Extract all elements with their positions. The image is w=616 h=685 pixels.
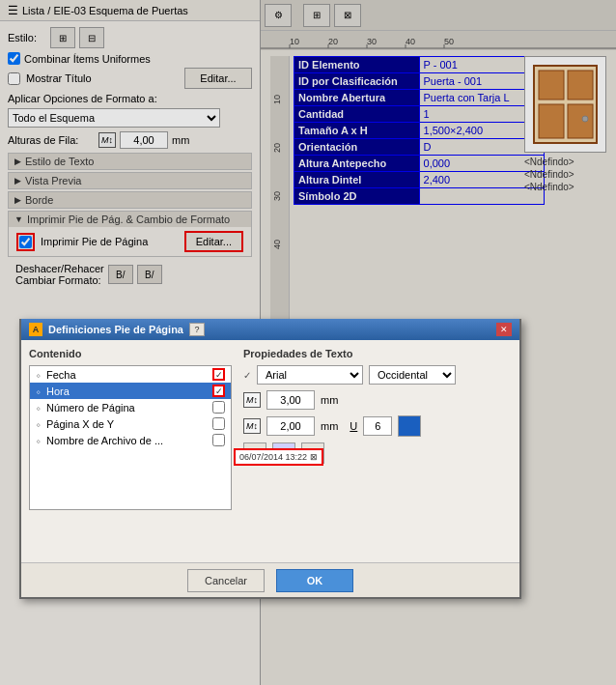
modal-left: Contenido ⬦ Fecha ⬦ Hora <box>29 348 232 555</box>
contenido-title: Contenido <box>29 348 232 359</box>
size-unit-2: mm <box>321 420 338 432</box>
hora-checkbox[interactable] <box>212 385 225 397</box>
list-item-nombre-archivo[interactable]: ⬦ Nombre de Archivo de ... <box>30 432 231 448</box>
date-preview-text: 06/07/2014 13:22 ⊠ <box>239 452 318 462</box>
size-unit-1: mm <box>321 394 338 406</box>
encoding-select[interactable]: Occidental <box>369 365 456 385</box>
font-size-2-input[interactable] <box>266 416 315 436</box>
fecha-label: Fecha <box>46 369 76 381</box>
hora-label: Hora <box>46 385 70 397</box>
fecha-checkbox[interactable] <box>212 368 225 381</box>
pagina-x-label: Página X de Y <box>46 418 114 430</box>
modal-title-icon: A <box>29 323 42 336</box>
pagina-x-checkbox[interactable] <box>212 417 225 430</box>
nombre-archivo-checkbox[interactable] <box>212 434 225 446</box>
ok-btn[interactable]: OK <box>276 569 353 592</box>
modal-dialog: A Definiciones Pie de Página ? ✕ Conteni… <box>19 319 521 599</box>
nombre-archivo-drag-icon: ⬦ <box>36 436 41 445</box>
nombre-archivo-label: Nombre de Archivo de ... <box>46 435 163 446</box>
font-select[interactable]: Arial <box>257 365 363 385</box>
modal-list: ⬦ Fecha ⬦ Hora ⬦ Número de Página <box>29 365 232 510</box>
font-size-1-input[interactable] <box>266 390 315 410</box>
list-item-numero-pagina[interactable]: ⬦ Número de Página <box>30 399 231 415</box>
hora-drag-icon: ⬦ <box>36 386 41 396</box>
modal-body: Contenido ⬦ Fecha ⬦ Hora <box>21 340 519 562</box>
modal-overlay: A Definiciones Pie de Página ? ✕ Conteni… <box>0 0 616 685</box>
pagina-x-drag-icon: ⬦ <box>36 419 41 429</box>
underline-input[interactable] <box>363 416 392 436</box>
preview-area: 06/07/2014 13:22 ⊠ <box>243 493 512 510</box>
list-item-hora[interactable]: ⬦ Hora <box>30 383 231 399</box>
propiedades-title: Propiedades de Texto <box>243 348 512 359</box>
modal-title-text: Definiciones Pie de Página <box>48 324 183 335</box>
list-item-pagina-x[interactable]: ⬦ Página X de Y <box>30 415 231 432</box>
checkmark-icon: ✓ <box>243 370 251 381</box>
size-m-icon-2: M↕ <box>243 418 261 434</box>
modal-help-btn[interactable]: ? <box>189 323 205 336</box>
underline-label: U <box>350 420 357 432</box>
modal-footer: Cancelar OK <box>21 562 519 597</box>
size-m-icon-1: M↕ <box>243 392 261 408</box>
fecha-drag-icon: ⬦ <box>36 370 41 380</box>
color-btn[interactable] <box>398 415 421 437</box>
size-row-2: M↕ mm U <box>243 415 512 437</box>
numero-pagina-checkbox[interactable] <box>212 401 225 414</box>
font-row: ✓ Arial Occidental <box>243 365 512 385</box>
date-preview-box: 06/07/2014 13:22 ⊠ <box>234 448 323 466</box>
list-item-fecha[interactable]: ⬦ Fecha <box>30 366 231 383</box>
modal-close-btn[interactable]: ✕ <box>496 323 512 336</box>
numero-pagina-label: Número de Página <box>46 402 135 414</box>
modal-titlebar: A Definiciones Pie de Página ? ✕ <box>21 319 519 340</box>
modal-right: Propiedades de Texto ✓ Arial Occidental … <box>243 348 512 555</box>
cancel-btn[interactable]: Cancelar <box>187 569 265 592</box>
numero-drag-icon: ⬦ <box>36 403 41 413</box>
size-row-1: M↕ mm <box>243 390 512 410</box>
